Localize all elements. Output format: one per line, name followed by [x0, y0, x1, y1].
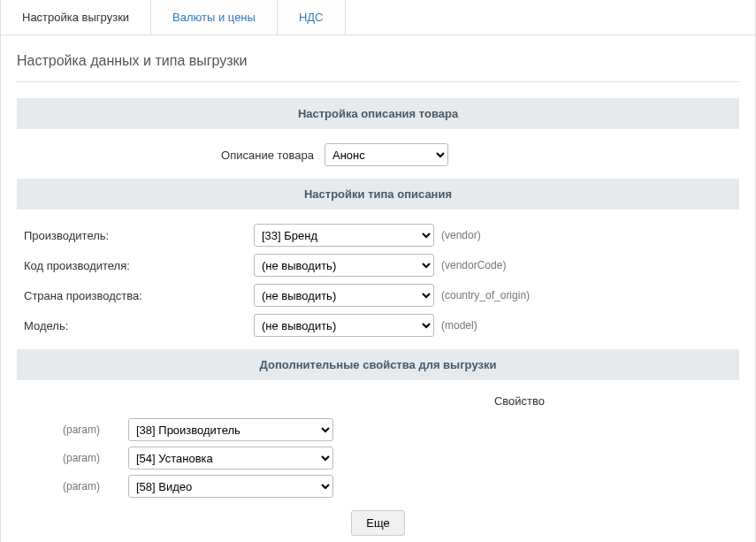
- param-label: (param): [63, 424, 116, 436]
- model-label: Модель:: [24, 319, 254, 332]
- vendor-code-hint: (vendorCode): [441, 259, 506, 271]
- country-hint: (country_of_origin): [441, 289, 530, 302]
- product-description-label: Описание товара: [24, 149, 325, 162]
- model-hint: (model): [441, 319, 477, 332]
- tab-bar: Настройка выгрузки Валюты и цены НДС: [1, 0, 755, 35]
- more-button[interactable]: Еще: [351, 510, 404, 536]
- param-row: (param) [38] Производитель: [24, 418, 739, 441]
- section-description-type: Настройки типа описания: [17, 179, 739, 210]
- tab-export-settings[interactable]: Настройка выгрузки: [1, 0, 151, 34]
- param-select-2[interactable]: [54] Установка: [128, 447, 333, 469]
- product-description-select[interactable]: Анонс: [325, 143, 448, 166]
- param-label: (param): [63, 452, 116, 464]
- page-title: Настройка данных и типа выгрузки: [17, 53, 739, 69]
- model-select[interactable]: (не выводить): [254, 314, 434, 337]
- param-select-1[interactable]: [38] Производитель: [128, 418, 333, 441]
- tab-currencies-prices[interactable]: Валюты и цены: [151, 0, 278, 34]
- property-heading: Свойство: [17, 394, 739, 408]
- main-panel: Настройка выгрузки Валюты и цены НДС Нас…: [0, 0, 756, 542]
- vendor-hint: (vendor): [441, 229, 481, 241]
- section-additional-properties: Дополнительные свойства для выгрузки: [17, 349, 739, 380]
- country-label: Страна производства:: [24, 289, 254, 302]
- param-select-3[interactable]: [58] Видео: [128, 475, 333, 498]
- divider: [17, 81, 739, 82]
- vendor-code-label: Код производителя:: [24, 259, 254, 272]
- vendor-code-select[interactable]: (не выводить): [254, 254, 434, 277]
- param-row: (param) [58] Видео: [24, 475, 739, 498]
- vendor-select[interactable]: [33] Бренд: [254, 224, 434, 247]
- tab-content: Настройка данных и типа выгрузки Настрой…: [1, 35, 755, 542]
- tab-vat[interactable]: НДС: [278, 0, 346, 34]
- param-row: (param) [54] Установка: [24, 447, 739, 469]
- section-product-description: Настройка описания товара: [17, 98, 739, 129]
- vendor-label: Производитель:: [24, 229, 254, 242]
- param-label: (param): [63, 480, 116, 492]
- country-select[interactable]: (не выводить): [254, 284, 434, 307]
